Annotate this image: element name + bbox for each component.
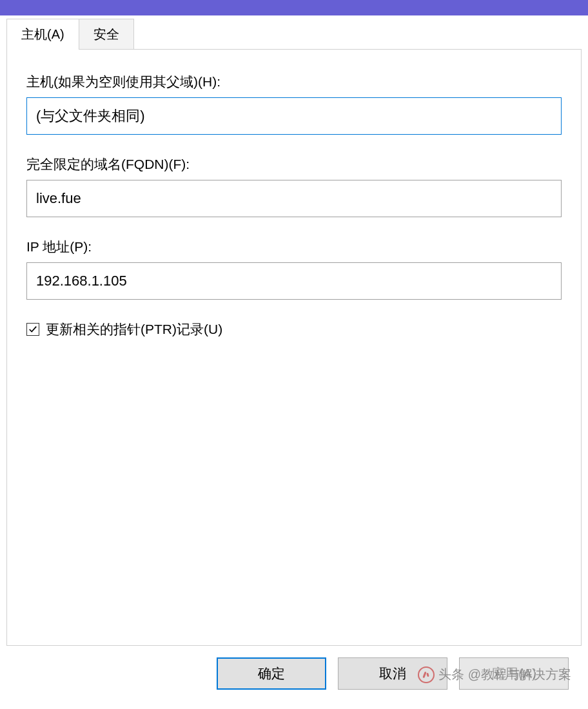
ip-label: IP 地址(P): [26, 238, 562, 256]
host-label: 主机(如果为空则使用其父域)(H): [26, 73, 562, 91]
apply-button: 应用(A) [459, 657, 569, 690]
ok-button[interactable]: 确定 [217, 657, 326, 690]
dialog-body: 主机(A) 安全 主机(如果为空则使用其父域)(H): 完全限定的域名(FQDN… [0, 15, 588, 709]
tab-panel-host: 主机(如果为空则使用其父域)(H): 完全限定的域名(FQDN)(F): IP … [6, 49, 582, 646]
cancel-button[interactable]: 取消 [338, 657, 447, 690]
ptr-checkbox-label[interactable]: 更新相关的指针(PTR)记录(U) [46, 320, 222, 338]
host-input[interactable] [26, 97, 562, 135]
field-group-ip: IP 地址(P): [26, 238, 562, 300]
fqdn-label: 完全限定的域名(FQDN)(F): [26, 155, 562, 173]
title-bar [0, 0, 588, 15]
checkmark-icon [28, 325, 37, 334]
tab-security[interactable]: 安全 [79, 19, 134, 50]
ptr-checkbox[interactable] [26, 323, 39, 336]
fqdn-input[interactable] [26, 180, 562, 217]
field-group-host: 主机(如果为空则使用其父域)(H): [26, 73, 562, 135]
tab-strip: 主机(A) 安全 [0, 15, 588, 49]
field-group-fqdn: 完全限定的域名(FQDN)(F): [26, 155, 562, 217]
ptr-checkbox-row: 更新相关的指针(PTR)记录(U) [26, 320, 562, 338]
tab-host[interactable]: 主机(A) [6, 19, 79, 50]
ip-input[interactable] [26, 262, 562, 300]
button-bar: 确定 取消 应用(A) [0, 646, 588, 709]
